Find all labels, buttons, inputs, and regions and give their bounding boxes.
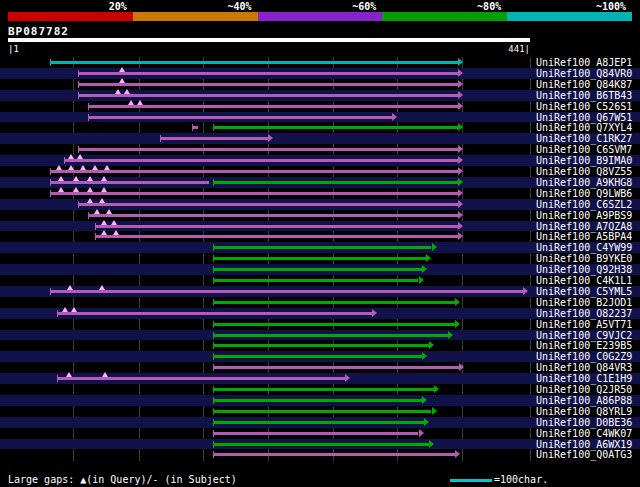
hit-label[interactable]: UniRef100_A7QZA8 xyxy=(536,221,632,232)
alignment-bar[interactable] xyxy=(88,116,393,119)
alignment-bar[interactable] xyxy=(213,301,455,304)
alignment-row: UniRef100_Q67W51 xyxy=(0,112,640,123)
alignment-bar[interactable] xyxy=(78,94,458,97)
hit-label[interactable]: UniRef100_A9KHG8 xyxy=(536,177,632,188)
hit-label[interactable]: UniRef100_C5YML5 xyxy=(536,286,632,297)
alignment-bar[interactable] xyxy=(88,105,458,108)
alignment-row: UniRef100_A5BPA4 xyxy=(0,231,640,242)
bar-arrowhead-icon xyxy=(458,123,463,131)
hit-label[interactable]: UniRef100_C4YW99 xyxy=(536,242,632,253)
query-gap-marker-icon xyxy=(58,176,64,181)
alignment-bar[interactable] xyxy=(213,399,422,402)
alignment-bar[interactable] xyxy=(95,235,458,238)
alignment-row: UniRef100_C4WK07 xyxy=(0,428,640,439)
hit-label[interactable]: UniRef100_Q84VR0 xyxy=(536,68,632,79)
hit-label[interactable]: UniRef100_Q0ATG3 xyxy=(536,449,632,460)
alignment-bar[interactable] xyxy=(64,159,458,162)
alignment-bar[interactable] xyxy=(213,268,422,271)
hit-label[interactable]: UniRef100_C1E1H9 xyxy=(536,373,632,384)
hit-label[interactable]: UniRef100_C1RK27 xyxy=(536,133,632,144)
hit-label[interactable]: UniRef100_A8JEP1 xyxy=(536,57,632,68)
alignment-bar[interactable] xyxy=(50,192,458,195)
hit-label[interactable]: UniRef100_Q92H38 xyxy=(536,264,632,275)
hit-label[interactable]: UniRef100_C0G2Z9 xyxy=(536,351,632,362)
hit-label[interactable]: UniRef100_A5VT71 xyxy=(536,319,632,330)
key-label: ~40% xyxy=(133,1,258,12)
alignment-bar[interactable] xyxy=(57,377,345,380)
alignment-bar[interactable] xyxy=(50,61,458,64)
hit-label[interactable]: UniRef100_C6SZL2 xyxy=(536,199,632,210)
bar-start-cap xyxy=(78,70,79,77)
hit-label[interactable]: UniRef100_E239B5 xyxy=(536,340,632,351)
alignment-bar[interactable] xyxy=(213,366,459,369)
hit-label[interactable]: UniRef100_D0BE36 xyxy=(536,417,632,428)
hit-label[interactable]: UniRef100_B6TB43 xyxy=(536,90,632,101)
alignment-bar[interactable] xyxy=(213,388,434,391)
query-gap-marker-icon xyxy=(58,187,64,192)
hit-label[interactable]: UniRef100_C4WK07 xyxy=(536,428,632,439)
alignment-bar[interactable] xyxy=(78,148,458,151)
alignment-bar[interactable] xyxy=(213,246,431,249)
hit-label[interactable]: UniRef100_A5BPA4 xyxy=(536,231,632,242)
alignment-bar[interactable] xyxy=(213,323,455,326)
query-gap-marker-icon xyxy=(99,285,105,290)
alignment-bar[interactable] xyxy=(50,290,523,293)
hit-label[interactable]: UniRef100_Q67W51 xyxy=(536,112,632,123)
alignment-bar[interactable] xyxy=(213,421,424,424)
hit-label[interactable]: UniRef100_A9PBS9 xyxy=(536,210,632,221)
bar-start-cap xyxy=(50,59,51,66)
hit-label[interactable]: UniRef100_Q7XYL4 xyxy=(536,122,632,133)
hit-label[interactable]: UniRef100_B9YKE0 xyxy=(536,253,632,264)
bar-start-cap xyxy=(213,277,214,284)
alignment-bar[interactable] xyxy=(213,355,422,358)
alignment-bar[interactable] xyxy=(160,137,268,140)
query-gap-marker-icon xyxy=(104,165,110,170)
hit-label[interactable]: UniRef100_Q84VR3 xyxy=(536,362,632,373)
alignment-bar[interactable] xyxy=(213,453,455,456)
query-gap-marker-icon xyxy=(113,230,119,235)
query-gap-marker-icon xyxy=(67,285,73,290)
hit-label[interactable]: UniRef100_Q8VZ55 xyxy=(536,166,632,177)
query-gap-marker-icon xyxy=(87,198,93,203)
alignment-bar[interactable] xyxy=(213,279,418,282)
hit-label[interactable]: UniRef100_A86P88 xyxy=(536,395,632,406)
alignment-bar[interactable] xyxy=(213,334,448,337)
hit-label[interactable]: UniRef100_C526S1 xyxy=(536,101,632,112)
hit-label[interactable]: UniRef100_Q84K87 xyxy=(536,79,632,90)
hit-label[interactable]: UniRef100_Q8YRL9 xyxy=(536,406,632,417)
bar-arrowhead-icon xyxy=(458,189,463,197)
bar-arrowhead-icon xyxy=(429,440,434,448)
alignment-bar[interactable] xyxy=(50,181,209,184)
alignment-row: UniRef100_A9KHG8 xyxy=(0,177,640,188)
alignment-bar[interactable] xyxy=(78,72,458,75)
hit-label[interactable]: UniRef100_C9VJC2 xyxy=(536,330,632,341)
key-label: 20% xyxy=(8,1,133,12)
alignment-bar[interactable] xyxy=(57,312,373,315)
alignment-bar[interactable] xyxy=(95,225,458,228)
alignment-bar[interactable] xyxy=(213,410,431,413)
alignment-row: UniRef100_Q8YRL9 xyxy=(0,406,640,417)
hit-label[interactable]: UniRef100_C4K1L1 xyxy=(536,275,632,286)
alignment-bar[interactable] xyxy=(213,432,418,435)
alignment-bar[interactable] xyxy=(213,181,457,184)
hit-label[interactable]: UniRef100_Q2JR50 xyxy=(536,384,632,395)
bar-start-cap xyxy=(57,310,58,317)
alignment-bar[interactable] xyxy=(213,443,429,446)
bar-start-cap xyxy=(50,179,51,186)
alignment-bar[interactable] xyxy=(213,344,429,347)
hit-label[interactable]: UniRef100_O82237 xyxy=(536,308,632,319)
hit-label[interactable]: UniRef100_A6WX19 xyxy=(536,439,632,450)
alignment-bar[interactable] xyxy=(88,214,458,217)
hit-label[interactable]: UniRef100_B9IMA0 xyxy=(536,155,632,166)
bar-start-cap xyxy=(213,255,214,262)
bar-start-cap xyxy=(50,190,51,197)
alignment-bar[interactable] xyxy=(213,126,457,129)
hit-label[interactable]: UniRef100_C6SVM7 xyxy=(536,144,632,155)
alignment-row: UniRef100_C6SVM7 xyxy=(0,144,640,155)
hit-label[interactable]: UniRef100_B2JOD1 xyxy=(536,297,632,308)
alignment-bar[interactable] xyxy=(78,83,458,86)
hit-label[interactable]: UniRef100_Q9LWB6 xyxy=(536,188,632,199)
alignment-bar[interactable] xyxy=(213,257,425,260)
alignment-bar[interactable] xyxy=(50,170,458,173)
alignment-bar[interactable] xyxy=(78,203,458,206)
